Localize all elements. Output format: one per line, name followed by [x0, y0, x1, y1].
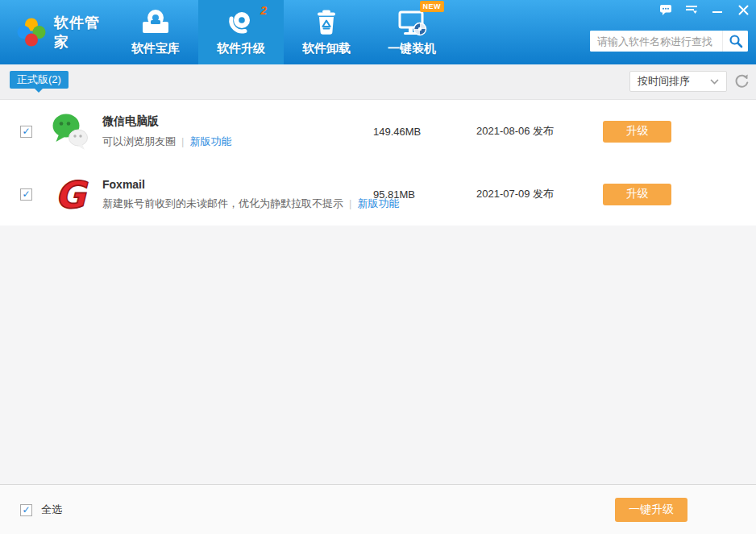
header: 软件管家 软件宝库 2 软件升级	[0, 0, 756, 64]
close-icon[interactable]	[737, 4, 750, 15]
tab-label: 软件宝库	[131, 41, 180, 56]
minimize-icon[interactable]	[711, 4, 724, 15]
filter-bar: 正式版(2) 按时间排序	[0, 64, 756, 100]
select-all-label: 全选	[41, 503, 62, 517]
wechat-icon	[51, 112, 89, 151]
upgrade-list: 微信电脑版 可以浏览朋友圈 | 新版功能 149.46MB 2021-08-06…	[0, 100, 756, 226]
divider: |	[349, 197, 351, 209]
footer-bar: 全选 一键升级	[0, 484, 756, 534]
tab-one-click-install[interactable]: NEW 一键装机	[369, 0, 455, 64]
app-size: 149.46MB	[373, 126, 476, 138]
tab-label: 一键装机	[388, 41, 436, 56]
empty-area	[0, 226, 756, 484]
refresh-icon[interactable]	[733, 72, 750, 92]
sort-dropdown[interactable]: 按时间排序	[629, 71, 727, 92]
tab-label: 软件升级	[217, 41, 265, 56]
tab-software-upgrade[interactable]: 2 软件升级	[198, 0, 284, 64]
search-box	[590, 31, 748, 52]
upgrade-button[interactable]: 升级	[603, 121, 671, 143]
main-menu-icon[interactable]	[685, 4, 698, 15]
tab-label: 软件卸载	[302, 41, 351, 56]
upgrade-all-button[interactable]: 一键升级	[615, 498, 687, 522]
feedback-bubble-icon[interactable]	[659, 4, 672, 15]
software-uninstall-icon	[311, 6, 342, 39]
divider: |	[181, 135, 184, 147]
list-item: 微信电脑版 可以浏览朋友圈 | 新版功能 149.46MB 2021-08-06…	[0, 100, 756, 163]
app-name: Foxmail	[102, 178, 373, 191]
select-all-checkbox[interactable]	[20, 504, 32, 516]
app-info: 微信电脑版 可以浏览朋友圈 | 新版功能	[102, 114, 373, 149]
foxmail-icon: G	[51, 175, 89, 213]
version-filter-tab[interactable]: 正式版(2)	[10, 71, 69, 89]
new-tag-badge: NEW	[420, 1, 445, 12]
app-release-date: 2021-07-09 发布	[476, 187, 603, 201]
new-features-link[interactable]: 新版功能	[189, 135, 231, 149]
tab-software-uninstall[interactable]: 软件卸载	[284, 0, 369, 64]
app-brand: 软件管家	[0, 0, 113, 64]
tab-software-library[interactable]: 软件宝库	[113, 0, 198, 64]
app-size: 95.81MB	[373, 188, 476, 201]
app-name: 微信电脑版	[102, 114, 373, 129]
search-icon[interactable]	[722, 31, 748, 52]
app-logo-clover-icon	[16, 17, 47, 48]
app-title: 软件管家	[54, 13, 113, 52]
row-checkbox[interactable]	[20, 126, 32, 138]
app-release-date: 2021-08-06 发布	[476, 124, 603, 139]
upgrade-count-badge: 2	[260, 4, 267, 17]
row-checkbox[interactable]	[20, 188, 32, 201]
app-info: Foxmail 新建账号前收到的未读邮件，优化为静默拉取不提示 | 新版功能	[102, 178, 373, 211]
sort-label: 按时间排序	[638, 74, 690, 89]
search-input[interactable]	[590, 31, 722, 52]
upgrade-button[interactable]: 升级	[603, 184, 671, 205]
one-click-install-icon: NEW	[396, 6, 428, 39]
list-item: G Foxmail 新建账号前收到的未读邮件，优化为静默拉取不提示 | 新版功能…	[0, 163, 756, 226]
software-upgrade-icon: 2	[225, 6, 257, 39]
app-description: 可以浏览朋友圈	[102, 135, 176, 149]
titlebar-controls	[659, 4, 750, 15]
svg-text:G: G	[55, 175, 89, 213]
chevron-down-icon	[710, 79, 719, 85]
nav-tabs: 软件宝库 2 软件升级	[113, 0, 455, 64]
software-library-icon	[140, 6, 171, 39]
app-description: 新建账号前收到的未读邮件，优化为静默拉取不提示	[102, 197, 343, 211]
